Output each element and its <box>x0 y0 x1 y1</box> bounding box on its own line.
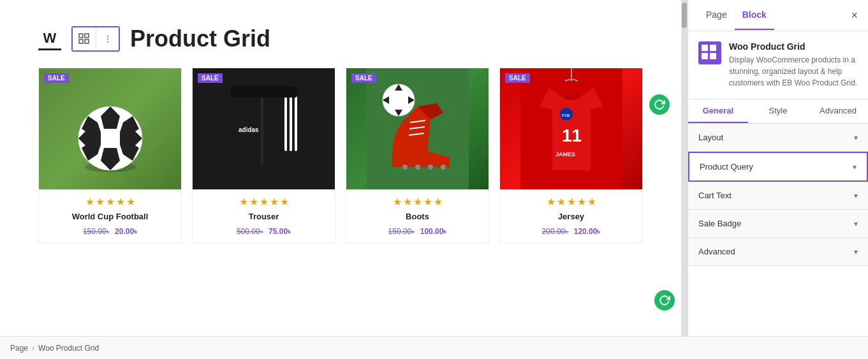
canvas-area: W ⋮ Product Grid <box>0 0 681 336</box>
accordion-layout-header[interactable]: Layout ▾ <box>688 124 868 151</box>
product-card: SALE adidas <box>192 68 335 244</box>
price-sale: 120.00৳ <box>574 227 601 236</box>
star-1: ★ <box>393 196 402 208</box>
tab-style[interactable]: Style <box>748 99 808 123</box>
more-options-button[interactable]: ⋮ <box>96 27 119 50</box>
svg-rect-10 <box>295 94 297 151</box>
breadcrumb-current: Woo Product Grid <box>38 344 99 353</box>
star-3: ★ <box>106 196 115 208</box>
plugin-header: Woo Product Grid Display WooCommerce pro… <box>688 31 868 99</box>
svg-rect-32 <box>710 53 716 59</box>
refresh-button-top[interactable] <box>649 94 670 115</box>
chevron-down-icon-4: ▾ <box>854 219 858 228</box>
product-image-boots <box>346 68 489 189</box>
star-2: ★ <box>249 196 258 208</box>
price-original: 200.00৳ <box>542 227 569 236</box>
trouser-svg: adidas <box>213 68 315 189</box>
svg-rect-1 <box>85 34 89 38</box>
product-stars: ★ ★ ★ ★ ★ <box>346 196 489 208</box>
jersey-svg: 11 JAMES FCB <box>520 68 622 189</box>
svg-point-20 <box>441 165 446 170</box>
svg-text:JAMES: JAMES <box>555 151 575 158</box>
star-5: ★ <box>280 196 289 208</box>
price-sale: 20.00৳ <box>115 227 137 236</box>
product-price: 150.00৳ 100.00৳ <box>346 225 489 237</box>
product-price: 200.00৳ 120.00৳ <box>500 225 642 237</box>
star-1: ★ <box>547 196 555 208</box>
svg-point-19 <box>428 165 433 170</box>
svg-rect-31 <box>702 53 708 59</box>
scrollbar-track[interactable] <box>681 0 688 336</box>
panel-close-button[interactable]: × <box>851 9 858 22</box>
svg-rect-29 <box>702 45 708 51</box>
svg-rect-7 <box>261 87 263 164</box>
star-4: ★ <box>116 196 125 208</box>
panel-header: Page Block × <box>688 0 868 31</box>
svg-rect-11 <box>231 86 297 98</box>
grid-view-button[interactable] <box>73 27 96 50</box>
block-toolbar: ⋮ <box>71 26 120 52</box>
star-4: ★ <box>577 196 586 208</box>
football-svg <box>59 68 161 189</box>
accordion-product-query: Product Query ▾ <box>688 152 868 182</box>
refresh-icon-bottom <box>659 295 670 306</box>
accordion-product-query-label: Product Query <box>700 162 753 172</box>
tab-advanced[interactable]: Advanced <box>808 99 868 123</box>
star-5: ★ <box>434 196 443 208</box>
page-title: Product Grid <box>130 26 270 52</box>
chevron-down-icon-2: ▾ <box>853 163 857 172</box>
accordion-cart-text-header[interactable]: Cart Text ▾ <box>688 182 868 209</box>
price-sale: 100.00৳ <box>420 227 447 236</box>
tab-page[interactable]: Page <box>698 1 735 30</box>
plugin-desc: Display WooCommerce products in a stunni… <box>729 54 858 89</box>
price-original: 150.00৳ <box>388 227 415 236</box>
star-3: ★ <box>567 196 576 208</box>
product-name: Boots <box>346 212 489 221</box>
chevron-down-icon-5: ▾ <box>854 247 858 256</box>
product-image-jersey: 11 JAMES FCB <box>500 68 642 189</box>
tab-block[interactable]: Block <box>735 1 774 30</box>
star-2: ★ <box>557 196 566 208</box>
right-panel: Page Block × Woo Product Grid <box>688 0 868 336</box>
bottom-bar: Page › Woo Product Grid <box>0 336 868 359</box>
product-card: SALE 11 JAMES <box>499 68 643 244</box>
product-stars: ★ ★ ★ ★ ★ <box>39 196 181 208</box>
more-icon: ⋮ <box>103 34 112 44</box>
star-5: ★ <box>587 196 596 208</box>
svg-text:11: 11 <box>562 126 582 145</box>
refresh-button-bottom[interactable] <box>654 290 675 311</box>
star-4: ★ <box>270 196 279 208</box>
svg-text:adidas: adidas <box>239 126 259 133</box>
svg-rect-2 <box>79 40 83 43</box>
product-image-trouser: adidas <box>193 68 335 189</box>
star-4: ★ <box>423 196 432 208</box>
star-2: ★ <box>403 196 412 208</box>
sale-badge: SALE <box>198 73 223 83</box>
star-3: ★ <box>260 196 268 208</box>
breadcrumb-page[interactable]: Page <box>10 344 28 353</box>
star-1: ★ <box>239 196 248 208</box>
grid-icon <box>78 33 90 45</box>
svg-rect-8 <box>284 94 287 151</box>
star-1: ★ <box>85 196 94 208</box>
page-title-area: W ⋮ Product Grid <box>38 26 643 52</box>
accordion-cart-text: Cart Text ▾ <box>688 182 868 210</box>
scrollbar-thumb[interactable] <box>682 3 687 28</box>
plugin-icon-svg <box>698 41 721 64</box>
product-card: SALE <box>346 68 489 244</box>
panel-body: Woo Product Grid Display WooCommerce pro… <box>688 31 868 336</box>
product-name: World Cup Football <box>39 212 181 221</box>
price-original: 500.00৳ <box>237 227 263 236</box>
star-3: ★ <box>413 196 422 208</box>
accordion-layout: Layout ▾ <box>688 124 868 152</box>
product-card: SALE <box>38 68 182 244</box>
product-price: 150.00৳ 20.00৳ <box>39 225 181 237</box>
tab-general[interactable]: General <box>688 99 748 123</box>
accordion-product-query-header[interactable]: Product Query ▾ <box>689 153 867 180</box>
accordion-advanced-header[interactable]: Advanced ▾ <box>688 238 868 265</box>
accordion-sale-badge-header[interactable]: Sale Badge ▾ <box>688 210 868 237</box>
product-price: 500.00৳ 75.00৳ <box>193 225 335 237</box>
product-stars: ★ ★ ★ ★ ★ <box>193 196 335 208</box>
chevron-down-icon: ▾ <box>854 133 858 142</box>
sale-badge: SALE <box>44 73 69 83</box>
